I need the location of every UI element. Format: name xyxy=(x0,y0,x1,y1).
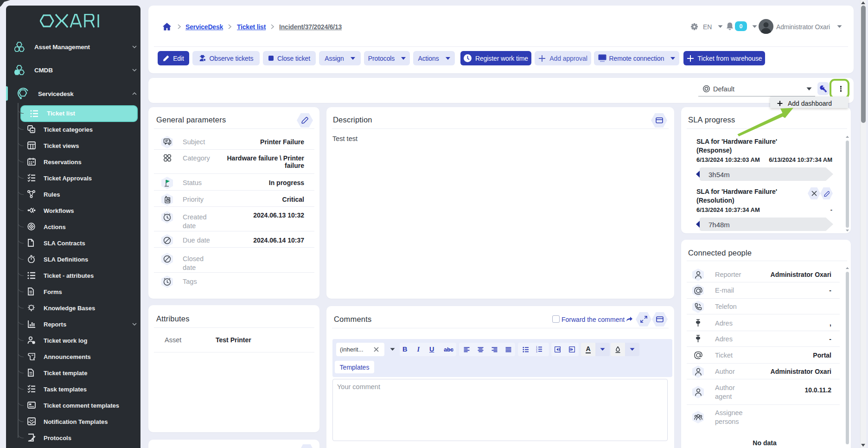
svg-text:3: 3 xyxy=(536,350,537,352)
